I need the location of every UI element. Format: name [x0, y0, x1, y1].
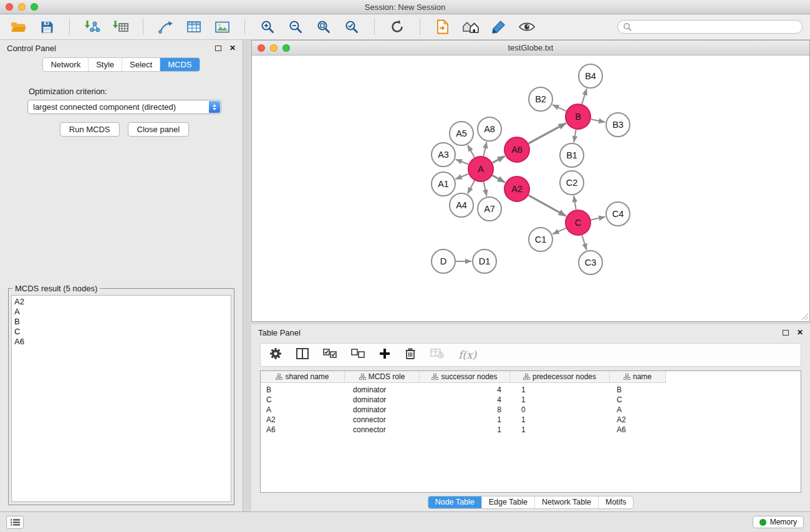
network-minimize-button[interactable] — [270, 44, 277, 52]
unselect-all-columns-button[interactable] — [351, 349, 365, 361]
edge-C-C3[interactable] — [582, 235, 586, 250]
result-item[interactable]: A6 — [14, 337, 228, 347]
zoom-in-button[interactable] — [256, 17, 279, 37]
node-D1[interactable]: D1 — [473, 249, 496, 273]
node-B[interactable]: B — [566, 104, 591, 129]
open-session-button[interactable] — [7, 17, 30, 37]
new-table-button[interactable] — [183, 17, 205, 37]
network-zoom-button[interactable] — [282, 44, 290, 52]
memory-button[interactable]: Memory — [753, 516, 804, 528]
node-C3[interactable]: C3 — [579, 251, 602, 274]
table-settings-button[interactable] — [269, 347, 282, 362]
node-A[interactable]: A — [468, 157, 493, 181]
table-row[interactable]: Bdominator41B — [261, 385, 801, 395]
node-A8[interactable]: A8 — [478, 117, 501, 141]
node-A5[interactable]: A5 — [450, 122, 473, 145]
tab-style[interactable]: Style — [88, 58, 122, 71]
export-image-button[interactable] — [211, 17, 233, 37]
column-header-successor-nodes[interactable]: successor nodes — [420, 371, 510, 383]
edge-A-A1[interactable] — [456, 174, 469, 179]
resize-grip-icon[interactable] — [801, 313, 809, 321]
search-box[interactable] — [617, 20, 803, 34]
result-item[interactable]: A — [14, 307, 228, 317]
float-panel-icon[interactable] — [215, 46, 221, 51]
tab-mcds[interactable]: MCDS — [160, 58, 199, 71]
close-window-button[interactable] — [6, 3, 13, 11]
tab-node-table[interactable]: Node Table — [428, 496, 481, 508]
tab-network[interactable]: Network — [43, 58, 88, 71]
column-header-MCDS-role[interactable]: MCDS role — [345, 371, 420, 383]
edge-A-A3[interactable] — [456, 160, 469, 165]
node-C[interactable]: C — [566, 210, 591, 235]
create-column-button[interactable] — [379, 348, 390, 362]
network-graph[interactable]: B4B2BB3A5A8A6A3B1AC2A1A2A4A7C4CC1C3DD1 — [252, 56, 809, 321]
edge-B-B2[interactable] — [552, 105, 566, 111]
home-button[interactable] — [460, 17, 482, 37]
edge-B-B3[interactable] — [591, 119, 605, 122]
close-table-panel-icon[interactable]: ✕ — [797, 329, 803, 336]
run-mcds-button[interactable]: Run MCDS — [60, 122, 120, 137]
panel-menu-button[interactable] — [6, 516, 24, 529]
node-D[interactable]: D — [432, 249, 455, 273]
zoom-out-button[interactable] — [284, 17, 307, 37]
network-close-button[interactable] — [258, 44, 265, 52]
node-A3[interactable]: A3 — [432, 143, 455, 167]
close-panel-button[interactable]: Close panel — [128, 122, 190, 137]
edge-A-A2[interactable] — [492, 175, 504, 182]
annotation-button[interactable] — [488, 17, 510, 37]
edge-A-A6[interactable] — [493, 156, 505, 163]
node-C1[interactable]: C1 — [529, 228, 552, 251]
tab-edge-table[interactable]: Edge Table — [481, 496, 534, 508]
tab-network-table[interactable]: Network Table — [534, 496, 598, 508]
node-A1[interactable]: A1 — [432, 172, 455, 196]
node-B3[interactable]: B3 — [606, 113, 630, 137]
edge-A-A7[interactable] — [484, 182, 487, 196]
edge-B-B4[interactable] — [582, 89, 587, 104]
tab-motifs[interactable]: Motifs — [598, 496, 633, 508]
save-session-button[interactable] — [36, 17, 58, 37]
node-A7[interactable]: A7 — [478, 197, 501, 221]
close-panel-icon[interactable]: ✕ — [229, 44, 236, 52]
refresh-button[interactable] — [386, 17, 408, 37]
minimize-window-button[interactable] — [18, 3, 26, 11]
result-item[interactable]: A2 — [14, 297, 228, 307]
select-all-columns-button[interactable] — [323, 349, 337, 361]
float-table-panel-icon[interactable] — [783, 330, 789, 336]
node-A4[interactable]: A4 — [450, 193, 473, 217]
show-columns-button[interactable] — [296, 348, 309, 362]
node-B1[interactable]: B1 — [560, 143, 584, 167]
column-header-predecessor-nodes[interactable]: predecessor nodes — [510, 371, 610, 383]
node-B2[interactable]: B2 — [529, 87, 552, 111]
zoom-selected-button[interactable] — [340, 17, 363, 37]
delete-column-button[interactable] — [405, 347, 416, 362]
zoom-window-button[interactable] — [31, 3, 38, 11]
import-network-button[interactable] — [81, 17, 104, 37]
zoom-fit-button[interactable] — [312, 17, 335, 37]
delete-table-button[interactable] — [430, 349, 444, 361]
table-row[interactable]: A6connector11A6 — [261, 425, 801, 435]
node-B4[interactable]: B4 — [579, 64, 602, 88]
result-item[interactable]: B — [14, 317, 228, 327]
import-table-button[interactable] — [109, 17, 132, 37]
column-header-shared-name[interactable]: shared name — [261, 371, 345, 383]
table-row[interactable]: Cdominator41C — [261, 395, 801, 405]
edge-A-A5[interactable] — [468, 145, 475, 157]
panel-splitter[interactable] — [243, 40, 251, 511]
edge-B-B1[interactable] — [574, 130, 576, 143]
edge-A-A4[interactable] — [468, 181, 475, 194]
result-item[interactable]: C — [14, 327, 228, 337]
optimization-criterion-dropdown[interactable]: largest connected component (directed) — [27, 100, 221, 114]
table-row[interactable]: A2connector11A2 — [261, 415, 801, 425]
node-A6[interactable]: A6 — [504, 137, 529, 162]
new-network-button[interactable] — [155, 17, 177, 37]
search-input[interactable] — [635, 22, 797, 31]
edge-A2-C[interactable] — [528, 195, 566, 216]
edge-A6-B[interactable] — [529, 123, 566, 144]
node-C4[interactable]: C4 — [606, 202, 630, 226]
function-builder-button[interactable]: f(x) — [458, 349, 476, 361]
edge-C-C1[interactable] — [552, 228, 566, 235]
document-button[interactable] — [432, 17, 454, 37]
edge-C-C2[interactable] — [574, 196, 576, 210]
mcds-result-list[interactable]: A2ABCA6 — [11, 295, 231, 502]
node-C2[interactable]: C2 — [560, 171, 584, 195]
